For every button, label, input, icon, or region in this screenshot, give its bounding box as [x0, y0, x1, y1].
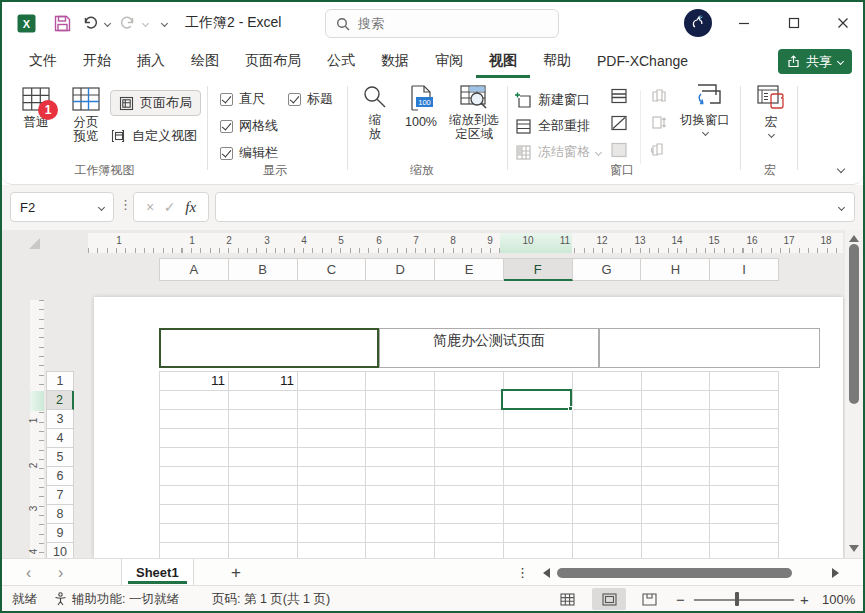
column-header-d[interactable]: D	[366, 259, 435, 281]
row-header-8[interactable]: 8	[47, 505, 74, 524]
column-header-i[interactable]: I	[710, 259, 779, 281]
name-box-resize-handle[interactable]: ⋮	[119, 200, 132, 210]
page-header-left-box[interactable]	[159, 328, 379, 368]
zoom-to-selection-button[interactable]: 缩放到选定区域	[444, 84, 504, 141]
new-window-button[interactable]: 新建窗口	[515, 88, 590, 112]
freeze-panes-button[interactable]: 冻结窗格	[515, 140, 601, 164]
accessibility-status[interactable]: 辅助功能: 一切就绪	[54, 586, 179, 612]
prev-sheet-icon[interactable]: ‹	[26, 559, 31, 586]
zoom-in-icon[interactable]: +	[800, 586, 809, 612]
name-box[interactable]: F2	[10, 192, 114, 222]
zoom-slider-track[interactable]	[694, 599, 794, 601]
next-sheet-icon[interactable]: ›	[58, 559, 63, 586]
collapse-ribbon-icon[interactable]	[838, 158, 844, 176]
column-header-b[interactable]: B	[229, 259, 298, 281]
tab-help[interactable]: 帮助	[530, 44, 584, 78]
page-break-status-button[interactable]	[632, 588, 666, 610]
hide-window-button[interactable]	[610, 115, 628, 135]
row-header-4[interactable]: 4	[47, 429, 74, 448]
tab-review[interactable]: 审阅	[422, 44, 476, 78]
maximize-button[interactable]	[772, 2, 816, 44]
normal-view-status-button[interactable]	[550, 588, 584, 610]
tab-formulas[interactable]: 公式	[314, 44, 368, 78]
arrange-all-button[interactable]: 全部重排	[515, 114, 590, 138]
cell-grid[interactable]	[159, 371, 779, 558]
row-header-3[interactable]: 3	[47, 410, 74, 429]
row-header-1[interactable]: 1	[47, 372, 74, 391]
undo-dropdown-icon[interactable]	[100, 2, 114, 44]
formula-input[interactable]	[226, 200, 839, 215]
horizontal-scrollbar[interactable]	[537, 559, 863, 586]
enter-icon[interactable]: ✓	[164, 199, 176, 215]
user-avatar[interactable]	[684, 9, 712, 37]
expand-formula-bar-icon[interactable]	[838, 203, 845, 210]
zoom-100-button[interactable]: 100 100%	[398, 84, 444, 129]
tab-file[interactable]: 文件	[16, 44, 70, 78]
checkbox-headings[interactable]: 标题	[288, 90, 333, 108]
scroll-left-icon[interactable]	[543, 568, 550, 578]
undo-icon[interactable]	[80, 2, 100, 44]
view-side-by-side-button[interactable]	[650, 88, 668, 108]
redo-dropdown-icon[interactable]	[138, 2, 152, 44]
formula-bar[interactable]	[215, 192, 855, 222]
insert-function-icon[interactable]: fx	[185, 199, 196, 216]
excel-app-icon[interactable]: X	[14, 2, 38, 44]
custom-views-button[interactable]: 自定义视图	[110, 124, 197, 148]
row-header-5[interactable]: 5	[47, 448, 74, 467]
column-header-c[interactable]: C	[298, 259, 367, 281]
vertical-scrollbar-thumb[interactable]	[849, 244, 859, 404]
split-button[interactable]	[610, 88, 628, 108]
page-header-right-box[interactable]	[599, 328, 820, 368]
sheet-options-dots-icon[interactable]: ⋮	[516, 559, 529, 586]
selected-cell-f2[interactable]	[501, 389, 572, 410]
search-box[interactable]	[325, 9, 559, 38]
page-break-preview-button[interactable]: 分页预览	[64, 86, 108, 143]
sheet-tab-sheet1[interactable]: Sheet1	[121, 559, 194, 585]
vertical-scrollbar[interactable]	[845, 230, 863, 558]
row-header-7[interactable]: 7	[47, 486, 74, 505]
cell-b1[interactable]: 11	[228, 371, 294, 390]
column-header-h[interactable]: H	[641, 259, 710, 281]
save-icon[interactable]	[50, 2, 74, 44]
reset-window-position-button[interactable]	[650, 142, 668, 162]
switch-windows-button[interactable]: 切换窗口	[674, 82, 736, 135]
tab-insert[interactable]: 插入	[124, 44, 178, 78]
checkbox-gridlines[interactable]: 网格线	[220, 117, 278, 135]
scroll-up-icon[interactable]	[849, 235, 859, 242]
quick-access-toolbar-icon[interactable]	[156, 2, 172, 44]
tab-pdf-xchange[interactable]: PDF-XChange	[584, 44, 701, 78]
tab-page-layout[interactable]: 页面布局	[232, 44, 314, 78]
zoom-out-icon[interactable]: −	[676, 586, 685, 612]
page-layout-status-button[interactable]	[592, 588, 626, 610]
add-sheet-button[interactable]: +	[226, 559, 246, 586]
tab-home[interactable]: 开始	[70, 44, 124, 78]
checkbox-formula-bar[interactable]: 编辑栏	[220, 144, 278, 162]
page-header-center-box[interactable]: 简鹿办公测试页面	[379, 328, 599, 368]
search-input[interactable]	[358, 16, 528, 31]
horizontal-scrollbar-thumb[interactable]	[557, 568, 792, 578]
minimize-button[interactable]	[722, 2, 766, 44]
row-header-2[interactable]: 2	[47, 391, 74, 410]
zoom-button[interactable]: 缩放	[354, 84, 396, 141]
column-header-g[interactable]: G	[573, 259, 642, 281]
share-button[interactable]: 共享	[778, 49, 852, 74]
scroll-right-icon[interactable]	[832, 568, 839, 578]
macros-button[interactable]: 宏	[749, 84, 793, 137]
checkbox-ruler[interactable]: 直尺	[220, 90, 265, 108]
column-header-f[interactable]: F	[504, 259, 573, 281]
close-button[interactable]	[821, 2, 865, 44]
row-header-6[interactable]: 6	[47, 467, 74, 486]
page-layout-view-button[interactable]: 页面布局	[110, 90, 201, 116]
fill-handle[interactable]	[568, 406, 573, 411]
tab-data[interactable]: 数据	[368, 44, 422, 78]
row-header-10[interactable]: 10	[47, 543, 74, 558]
select-all-corner[interactable]	[29, 238, 40, 249]
tab-draw[interactable]: 绘图	[178, 44, 232, 78]
column-header-e[interactable]: E	[435, 259, 504, 281]
zoom-level[interactable]: 100%	[822, 586, 855, 612]
scroll-down-icon[interactable]	[849, 545, 859, 552]
redo-icon[interactable]	[118, 2, 138, 44]
synchronous-scrolling-button[interactable]	[650, 115, 668, 135]
unhide-window-button[interactable]	[610, 142, 628, 162]
column-header-a[interactable]: A	[160, 259, 229, 281]
